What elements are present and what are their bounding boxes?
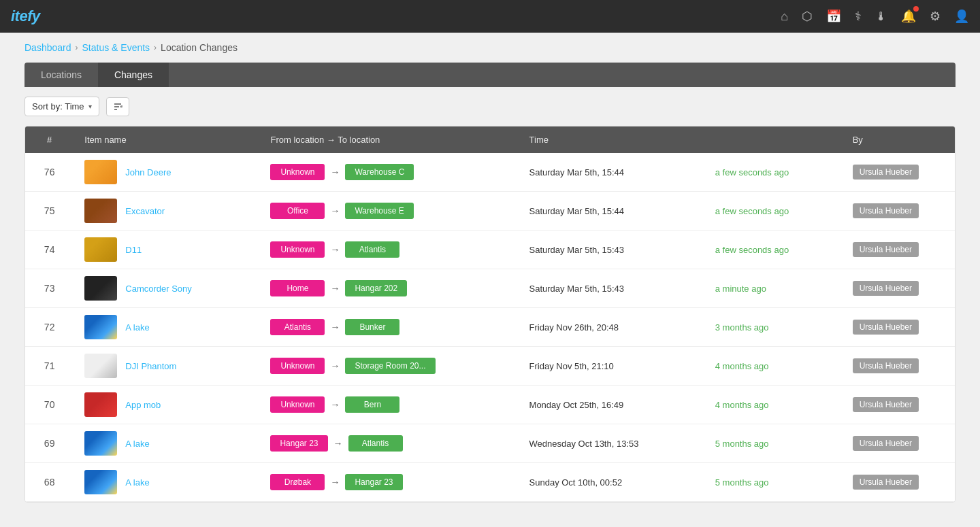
item-name[interactable]: A lake [125, 439, 149, 449]
row-num: 68 [25, 463, 74, 502]
table-row: 74 D11 Unknown → Atlantis Saturday Mar 5… [25, 231, 955, 269]
medical-icon[interactable]: ⚕ [855, 9, 862, 24]
item-thumbnail [84, 199, 117, 223]
row-location: Hangar 23 → Atlantis [259, 424, 518, 463]
location-arrow-icon: → [330, 205, 340, 216]
item-thumbnail [84, 392, 117, 417]
logo-prefix: ite [11, 7, 27, 24]
item-thumbnail [84, 276, 117, 301]
item-name[interactable]: A lake [125, 322, 149, 333]
row-rel-time: 3 months ago [704, 308, 842, 347]
location-arrow-icon: → [330, 244, 340, 255]
row-item: D11 [74, 231, 259, 269]
row-rel-time: 4 months ago [704, 347, 842, 386]
row-by: Ursula Hueber [842, 347, 955, 386]
navbar: itefy ⌂ ⬡ 📅 ⚕ 🌡 🔔 ⚙ 👤 [0, 0, 980, 33]
row-location: Atlantis → Bunker [259, 308, 518, 347]
col-header-reltime [704, 126, 842, 153]
row-item: Camcorder Sony [74, 269, 259, 308]
row-time: Friday Nov 26th, 20:48 [519, 308, 704, 347]
toolbar: Sort by: Time ▾ [24, 87, 956, 126]
row-rel-time: a few seconds ago [704, 231, 842, 269]
by-badge: Ursula Hueber [853, 281, 919, 296]
row-time: Monday Oct 25th, 16:49 [519, 386, 704, 424]
from-location-badge: Atlantis [270, 319, 325, 335]
row-location: Unknown → Atlantis [259, 231, 518, 269]
location-arrow-icon: → [330, 360, 340, 371]
to-location-badge: Storage Room 20... [345, 358, 435, 374]
row-location: Drøbak → Hangar 23 [259, 463, 518, 502]
from-location-badge: Unknown [270, 241, 325, 258]
to-location-badge: Hangar 202 [345, 280, 407, 296]
item-thumbnail [84, 237, 117, 262]
row-by: Ursula Hueber [842, 269, 955, 308]
notification-icon[interactable]: 🔔 [901, 9, 916, 24]
row-item: A lake [74, 424, 259, 463]
settings-icon[interactable]: ⚙ [930, 9, 941, 24]
by-badge: Ursula Hueber [853, 358, 919, 373]
location-arrow-icon: → [330, 283, 340, 294]
table-row: 76 John Deere Unknown → Warehouse C Satu… [25, 153, 955, 192]
notification-badge [913, 6, 919, 12]
sort-dropdown[interactable]: Sort by: Time ▾ [24, 97, 99, 116]
from-location-badge: Office [270, 203, 325, 219]
sort-chevron-icon: ▾ [88, 103, 92, 110]
row-location: Unknown → Storage Room 20... [259, 347, 518, 386]
row-item: DJI Phantom [74, 347, 259, 386]
breadcrumb: Dashboard › Status & Events › Location C… [0, 33, 980, 63]
item-name[interactable]: App mob [125, 400, 161, 410]
app-logo[interactable]: itefy [11, 7, 40, 25]
item-thumbnail [84, 315, 117, 339]
item-name[interactable]: DJI Phantom [125, 361, 176, 371]
to-location-badge: Warehouse C [345, 164, 414, 180]
item-thumbnail [84, 354, 117, 378]
row-time: Wednesday Oct 13th, 13:53 [519, 424, 704, 463]
location-arrow-icon: → [330, 399, 340, 410]
row-time: Saturday Mar 5th, 15:44 [519, 192, 704, 231]
row-by: Ursula Hueber [842, 424, 955, 463]
location-arrow-icon: → [330, 322, 340, 333]
row-num: 69 [25, 424, 74, 463]
item-name[interactable]: Camcorder Sony [125, 284, 192, 294]
col-header-item: Item name [74, 126, 259, 153]
calendar-icon[interactable]: 📅 [826, 9, 841, 24]
table-row: 75 Excavator Office → Warehouse E Saturd… [25, 192, 955, 231]
user-icon[interactable]: 👤 [954, 9, 969, 24]
row-time: Saturday Mar 5th, 15:43 [519, 231, 704, 269]
tab-locations[interactable]: Locations [24, 63, 98, 87]
table-header-row: # Item name From location → To location … [25, 126, 955, 153]
from-location-badge: Unknown [270, 396, 325, 413]
row-by: Ursula Hueber [842, 308, 955, 347]
item-thumbnail [84, 431, 117, 456]
sort-order-button[interactable] [106, 97, 129, 116]
row-location: Unknown → Warehouse C [259, 153, 518, 192]
item-thumbnail [84, 160, 117, 184]
temperature-icon[interactable]: 🌡 [875, 10, 887, 24]
item-name[interactable]: D11 [125, 245, 142, 255]
table-row: 71 DJI Phantom Unknown → Storage Room 20… [25, 347, 955, 386]
row-by: Ursula Hueber [842, 463, 955, 502]
breadcrumb-dashboard[interactable]: Dashboard [24, 42, 71, 53]
item-name[interactable]: John Deere [125, 167, 171, 177]
breadcrumb-sep-2: › [154, 43, 157, 52]
to-location-badge: Hangar 23 [345, 474, 402, 490]
sort-order-icon [113, 102, 122, 112]
row-rel-time: a few seconds ago [704, 192, 842, 231]
row-rel-time: 4 months ago [704, 386, 842, 424]
by-badge: Ursula Hueber [853, 436, 919, 451]
tab-changes[interactable]: Changes [98, 63, 169, 87]
row-by: Ursula Hueber [842, 231, 955, 269]
by-badge: Ursula Hueber [853, 242, 919, 257]
item-name[interactable]: A lake [125, 477, 149, 488]
home-icon[interactable]: ⌂ [781, 10, 788, 24]
by-badge: Ursula Hueber [853, 475, 919, 490]
breadcrumb-status-events[interactable]: Status & Events [82, 42, 150, 53]
by-badge: Ursula Hueber [853, 397, 919, 412]
box-icon[interactable]: ⬡ [802, 9, 813, 24]
table-row: 72 A lake Atlantis → Bunker Friday Nov 2… [25, 308, 955, 347]
col-header-by: By [842, 126, 955, 153]
to-location-badge: Warehouse E [345, 203, 413, 219]
row-num: 75 [25, 192, 74, 231]
row-rel-time: 5 months ago [704, 463, 842, 502]
item-name[interactable]: Excavator [125, 206, 165, 216]
